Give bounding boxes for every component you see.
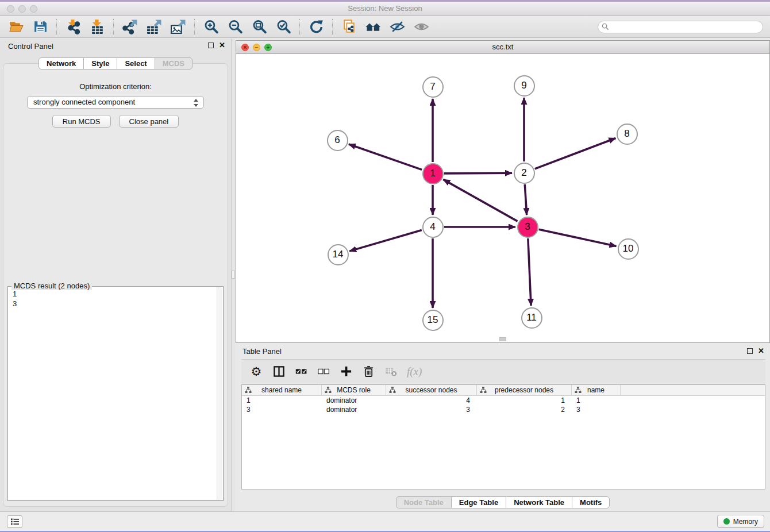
table-panel-float-button[interactable] — [747, 348, 753, 354]
search-box — [598, 21, 763, 33]
table-cell: 1 — [242, 396, 322, 404]
import-network-icon[interactable] — [64, 18, 82, 36]
close-view-button[interactable]: × — [241, 44, 249, 51]
close-icon[interactable] — [7, 5, 14, 13]
edge-3-10[interactable] — [539, 229, 617, 246]
table-cell: dominator — [322, 406, 386, 414]
edge-2-3[interactable] — [525, 184, 526, 215]
graph-node-11[interactable]: 11 — [521, 307, 542, 329]
criterion-select[interactable]: strongly connected component — [27, 96, 204, 109]
table-panel-close-button[interactable] — [758, 348, 764, 354]
run-mcds-button[interactable]: Run MCDS — [52, 115, 111, 128]
search-icon — [602, 23, 609, 30]
graph-node-8[interactable]: 8 — [617, 124, 638, 145]
graph-node-4[interactable]: 4 — [422, 217, 444, 238]
control-panel-close-button[interactable] — [219, 43, 225, 48]
table-tab-node-table[interactable]: Node Table — [396, 496, 452, 508]
toolbar-group — [194, 19, 292, 35]
table-toolbar: ⚙f(x) — [241, 359, 765, 383]
export-network-icon[interactable] — [121, 18, 139, 36]
column-header-name[interactable]: name — [572, 385, 621, 395]
table-header-row: shared nameMCDS rolesuccessor nodesprede… — [242, 385, 765, 396]
tab-network[interactable]: Network — [38, 57, 84, 70]
table-mode-icon[interactable]: ⚙ — [250, 364, 263, 379]
edge-3-11[interactable] — [528, 238, 531, 306]
maximize-icon[interactable] — [30, 5, 37, 13]
apply-layout-icon[interactable] — [307, 18, 325, 36]
graph-node-6[interactable]: 6 — [327, 130, 348, 151]
tab-select[interactable]: Select — [117, 57, 155, 70]
zoom-out-icon[interactable] — [226, 18, 244, 36]
zoom-selected-icon[interactable] — [274, 18, 292, 36]
memory-button[interactable]: Memory — [717, 515, 764, 528]
search-input[interactable] — [598, 21, 763, 33]
table-tab-network-table[interactable]: Network Table — [506, 496, 572, 508]
edge-3-1[interactable] — [443, 179, 517, 221]
hide-panel-icon[interactable] — [388, 18, 406, 36]
create-column-icon[interactable] — [340, 364, 352, 379]
edge-layer — [236, 54, 769, 342]
column-header-successor-nodes[interactable]: successor nodes — [386, 385, 477, 395]
window-titlebar: Session: New Session — [0, 2, 770, 16]
delete-columns-icon[interactable] — [362, 364, 375, 379]
table-row[interactable]: 3dominator323 — [242, 405, 765, 414]
tab-mcds[interactable]: MCDS — [155, 57, 192, 70]
graph-node-3[interactable]: 3 — [517, 217, 538, 238]
zoom-fit-icon[interactable] — [250, 18, 268, 36]
control-panel-float-button[interactable] — [208, 43, 214, 48]
graph-node-10[interactable]: 10 — [618, 238, 639, 260]
graph-node-9[interactable]: 9 — [514, 75, 535, 97]
tab-style[interactable]: Style — [83, 57, 117, 70]
window-title: Session: New Session — [0, 2, 770, 16]
table-row[interactable]: 1dominator411 — [242, 396, 765, 405]
table-tab-motifs[interactable]: Motifs — [572, 496, 610, 508]
network-overview-icon[interactable] — [364, 18, 382, 36]
panel-splitter[interactable] — [231, 38, 235, 511]
memory-label: Memory — [733, 518, 758, 526]
column-header-predecessor-nodes[interactable]: predecessor nodes — [477, 385, 572, 395]
mcds-panel: Optimization criterion: strongly connect… — [3, 63, 228, 507]
edge-1-2[interactable] — [444, 173, 512, 174]
save-session-icon[interactable] — [31, 18, 49, 36]
column-header-MCDS-role[interactable]: MCDS role — [322, 385, 386, 395]
zoom-in-icon[interactable] — [202, 18, 220, 36]
graph-node-2[interactable]: 2 — [514, 163, 535, 184]
deselect-all-columns-icon[interactable] — [317, 364, 330, 379]
network-area: ×−+ scc.txt 1234678910111415 — [235, 38, 770, 511]
close-panel-button[interactable]: Close panel — [119, 115, 179, 128]
network-canvas[interactable]: 1234678910111415 — [236, 54, 769, 342]
graph-node-14[interactable]: 14 — [328, 244, 349, 265]
table-cell: 1 — [477, 396, 572, 404]
control-panel-title: Control Panel — [8, 42, 53, 51]
edge-2-8[interactable] — [535, 138, 616, 168]
open-session-icon[interactable] — [7, 18, 25, 36]
table-tab-edge-table[interactable]: Edge Table — [451, 496, 506, 508]
graph-node-1[interactable]: 1 — [422, 163, 444, 184]
task-history-button[interactable] — [7, 515, 22, 528]
result-scrollbar[interactable] — [217, 287, 222, 500]
window-controls — [7, 5, 37, 13]
show-columns-icon[interactable] — [272, 364, 285, 379]
memory-status-icon — [723, 518, 730, 525]
main-toolbar — [0, 16, 770, 38]
export-image-icon[interactable] — [169, 18, 187, 36]
export-table-icon[interactable] — [145, 18, 163, 36]
function-builder-icon: f(x) — [407, 364, 422, 379]
clone-network-icon[interactable] — [340, 18, 358, 36]
table-cell: 3 — [572, 406, 621, 414]
network-window-titlebar: ×−+ scc.txt — [236, 41, 769, 54]
minimize-view-button[interactable]: − — [253, 44, 260, 51]
import-table-icon[interactable] — [88, 18, 106, 36]
mcds-result-text: 1 3 — [9, 288, 216, 500]
graph-node-15[interactable]: 15 — [422, 310, 444, 331]
view-resize-handle[interactable] — [499, 337, 506, 341]
column-header-shared-name[interactable]: shared name — [242, 385, 322, 395]
graph-node-7[interactable]: 7 — [422, 76, 444, 98]
control-panel-tabs: NetworkStyleSelectMCDS — [0, 57, 231, 70]
minimize-icon[interactable] — [18, 5, 26, 13]
select-all-columns-icon[interactable] — [295, 364, 307, 379]
table-cell: dominator — [322, 396, 386, 404]
edge-1-6[interactable] — [349, 144, 422, 169]
edge-4-14[interactable] — [349, 230, 422, 252]
zoom-view-button[interactable]: + — [264, 44, 272, 51]
